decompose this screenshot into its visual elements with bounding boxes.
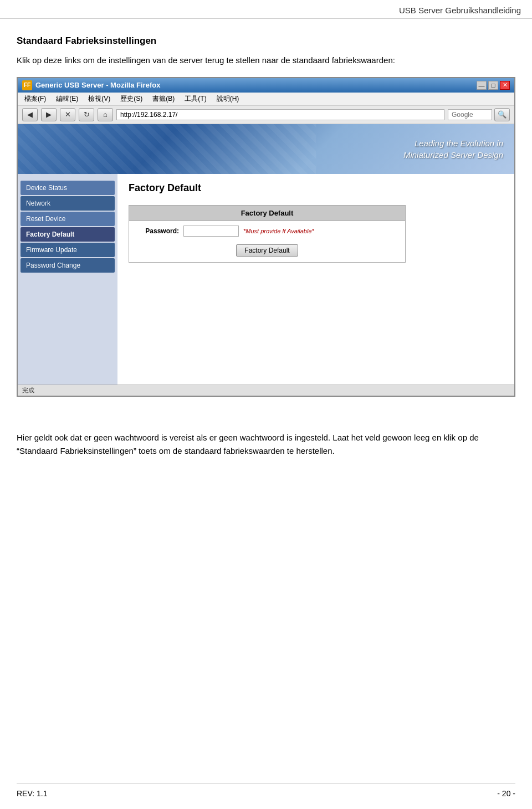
browser-content: Leading the Evolution in Miniaturized Se… xyxy=(18,124,514,396)
document-title: USB Server Gebruikshandleiding xyxy=(399,6,521,15)
browser-titlebar: FF Generic USB Server - Mozilla Firefox … xyxy=(18,78,514,93)
address-url[interactable]: http://192.168.2.17/ xyxy=(120,111,441,119)
banner-line2: Miniaturized Server Design xyxy=(403,149,503,161)
factory-table-password-row: Password: *Must provide If Available* xyxy=(129,221,405,241)
password-hint: *Must provide If Available* xyxy=(243,228,314,234)
browser-toolbar: ◀ ▶ ✕ ↻ ⌂ http://192.168.2.17/ 🔍 xyxy=(18,106,514,124)
browser-body: Device Status Network Reset Device Facto… xyxy=(18,174,514,385)
menu-file[interactable]: 檔案(F) xyxy=(22,94,48,104)
banner-line1: Leading the Evolution in xyxy=(403,137,503,149)
page-header: USB Server Gebruikshandleiding xyxy=(0,0,532,19)
factory-table-header: Factory Default xyxy=(129,206,405,221)
factory-table-button-row: Factory Default xyxy=(129,241,405,262)
menu-view[interactable]: 檢視(V) xyxy=(86,94,112,104)
browser-statusbar: 完成 xyxy=(18,385,514,396)
home-button[interactable]: ⌂ xyxy=(98,108,113,121)
bottom-paragraph: Hier geldt ook dat er geen wachtwoord is… xyxy=(17,431,515,458)
sidebar-item-password-change[interactable]: Password Change xyxy=(21,258,115,273)
factory-default-button[interactable]: Factory Default xyxy=(236,244,298,257)
menu-help[interactable]: 說明(H) xyxy=(214,94,242,104)
page-footer: REV: 1.1 - 20 - xyxy=(17,783,515,798)
menu-edit[interactable]: 編輯(E) xyxy=(54,94,80,104)
browser-icon-label: FF xyxy=(24,82,30,88)
section-title: Standaard Fabrieksinstellingen xyxy=(17,35,515,47)
menu-tools[interactable]: 工具(T) xyxy=(182,94,208,104)
sidebar-item-factory-default[interactable]: Factory Default xyxy=(21,227,115,242)
bottom-text: Hier geldt ook dat er geen wachtwoord is… xyxy=(0,420,532,469)
browser-title: Generic USB Server - Mozilla Firefox xyxy=(35,81,160,89)
page-number: - 20 - xyxy=(497,789,515,798)
stop-button[interactable]: ✕ xyxy=(60,108,75,121)
sidebar-item-network[interactable]: Network xyxy=(21,196,115,211)
address-bar: http://192.168.2.17/ xyxy=(116,109,444,120)
sidebar-nav: Device Status Network Reset Device Facto… xyxy=(18,174,117,385)
main-content: Standaard Fabrieksinstellingen Klik op d… xyxy=(0,19,532,420)
sidebar-item-reset-device[interactable]: Reset Device xyxy=(21,212,115,226)
browser-icon: FF xyxy=(22,80,32,90)
menu-bookmarks[interactable]: 書籤(B) xyxy=(150,94,177,104)
sidebar-item-firmware-update[interactable]: Firmware Update xyxy=(21,243,115,257)
titlebar-left: FF Generic USB Server - Mozilla Firefox xyxy=(22,80,160,90)
maximize-button[interactable]: □ xyxy=(488,81,498,90)
close-button[interactable]: ✕ xyxy=(500,81,510,90)
browser-window: FF Generic USB Server - Mozilla Firefox … xyxy=(17,77,515,397)
page-area-title: Factory Default xyxy=(129,182,503,194)
minimize-button[interactable]: — xyxy=(477,81,487,90)
back-button[interactable]: ◀ xyxy=(22,108,38,121)
browser-banner: Leading the Evolution in Miniaturized Se… xyxy=(18,124,514,174)
sidebar-item-device-status[interactable]: Device Status xyxy=(21,181,115,195)
intro-text: Klik op deze links om de instellingen va… xyxy=(17,54,515,67)
banner-background xyxy=(18,124,316,174)
search-area: 🔍 xyxy=(448,108,510,121)
titlebar-controls: — □ ✕ xyxy=(477,81,510,90)
password-input[interactable] xyxy=(183,226,239,237)
rev-label: REV: 1.1 xyxy=(17,789,48,798)
banner-text: Leading the Evolution in Miniaturized Se… xyxy=(403,137,503,161)
password-label: Password: xyxy=(135,227,179,235)
page-area: Factory Default Factory Default Password… xyxy=(117,174,514,385)
forward-button[interactable]: ▶ xyxy=(41,108,57,121)
search-input[interactable] xyxy=(448,109,492,120)
refresh-button[interactable]: ↻ xyxy=(79,108,94,121)
search-button[interactable]: 🔍 xyxy=(494,108,510,121)
menu-history[interactable]: 歷史(S) xyxy=(118,94,145,104)
browser-menubar: 檔案(F) 編輯(E) 檢視(V) 歷史(S) 書籤(B) 工具(T) 說明(H… xyxy=(18,93,514,106)
factory-table: Factory Default Password: *Must provide … xyxy=(129,205,406,263)
